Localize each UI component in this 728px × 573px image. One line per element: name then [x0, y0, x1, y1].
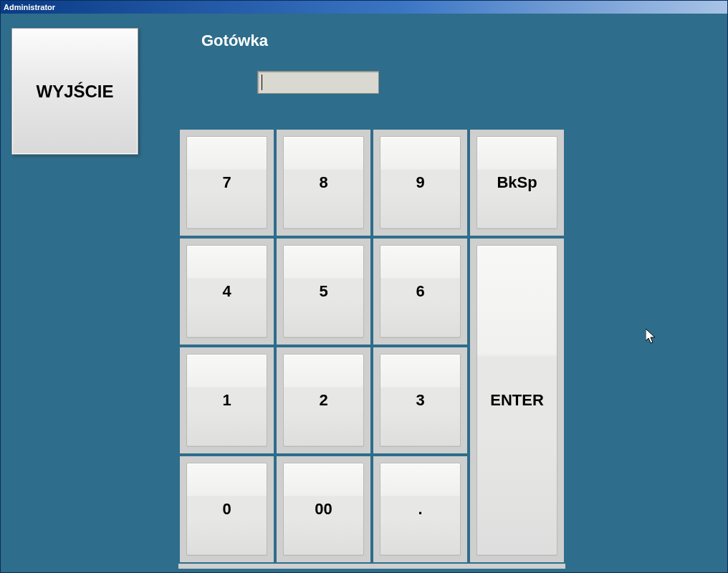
key-3-label: 3 [380, 354, 461, 447]
key-6[interactable]: 6 [372, 237, 469, 346]
key-00-label: 00 [283, 463, 364, 556]
app-window: Administrator WYJŚCIE Gotówka 7 8 9 [0, 0, 728, 573]
heading-label: Gotówka [201, 32, 268, 50]
key-6-label: 6 [380, 245, 461, 338]
key-1-label: 1 [186, 354, 267, 447]
key-backspace-label: BkSp [476, 136, 557, 229]
exit-button[interactable]: WYJŚCIE [11, 28, 138, 155]
key-5[interactable]: 5 [275, 237, 372, 346]
key-9[interactable]: 9 [372, 128, 469, 237]
key-00[interactable]: 00 [275, 455, 372, 564]
key-enter[interactable]: ENTER [469, 237, 565, 564]
key-4[interactable]: 4 [178, 237, 275, 346]
key-dot-label: . [380, 463, 461, 556]
exit-button-label: WYJŚCIE [36, 82, 113, 102]
key-2-label: 2 [283, 354, 364, 447]
key-7[interactable]: 7 [178, 128, 275, 237]
key-0-label: 0 [186, 463, 267, 556]
amount-input[interactable] [257, 71, 379, 94]
key-0[interactable]: 0 [178, 455, 275, 564]
keypad-panel: 7 8 9 BkSp 4 5 6 [178, 128, 565, 569]
key-enter-label: ENTER [476, 245, 557, 556]
window-title: Administrator [4, 3, 55, 11]
window-titlebar[interactable]: Administrator [1, 1, 727, 14]
keypad-grid: 7 8 9 BkSp 4 5 6 [178, 128, 565, 569]
text-caret [262, 74, 262, 90]
key-5-label: 5 [283, 245, 364, 338]
key-2[interactable]: 2 [275, 346, 372, 455]
key-1[interactable]: 1 [178, 346, 275, 455]
key-3[interactable]: 3 [372, 346, 469, 455]
mouse-cursor-icon [646, 329, 658, 346]
client-area: WYJŚCIE Gotówka 7 8 9 BkSp [1, 14, 727, 572]
key-9-label: 9 [380, 136, 461, 229]
key-4-label: 4 [186, 245, 267, 338]
key-7-label: 7 [186, 136, 267, 229]
key-dot[interactable]: . [372, 455, 469, 564]
key-8[interactable]: 8 [275, 128, 372, 237]
key-8-label: 8 [283, 136, 364, 229]
key-backspace[interactable]: BkSp [469, 128, 565, 237]
